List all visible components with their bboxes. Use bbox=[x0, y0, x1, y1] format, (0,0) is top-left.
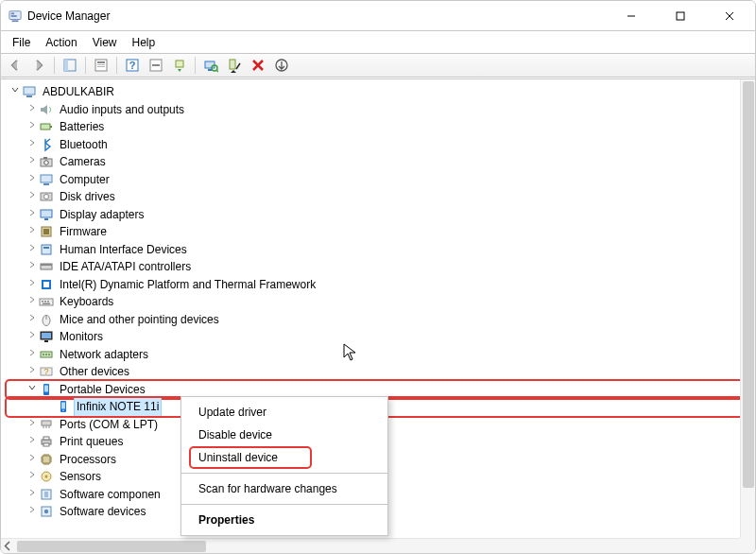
help-button[interactable]: ? bbox=[122, 56, 143, 75]
firmware-icon bbox=[39, 224, 54, 239]
menu-view[interactable]: View bbox=[85, 33, 125, 52]
expand-icon[interactable] bbox=[26, 258, 39, 276]
category-bluetooth[interactable]: Bluetooth bbox=[9, 136, 755, 154]
back-button[interactable] bbox=[5, 56, 26, 75]
expand-icon[interactable] bbox=[26, 328, 39, 346]
root-computer-node[interactable]: ABDULKABIR bbox=[9, 83, 755, 101]
forward-button[interactable] bbox=[28, 56, 49, 75]
expand-icon[interactable] bbox=[26, 136, 39, 154]
category-intel[interactable]: Intel(R) Dynamic Platform and Thermal Fr… bbox=[9, 276, 755, 294]
category-hid[interactable]: Human Interface Devices bbox=[9, 241, 755, 259]
expand-icon[interactable] bbox=[26, 293, 39, 311]
category-mouse[interactable]: Mice and other pointing devices bbox=[9, 311, 755, 329]
category-camera[interactable]: Cameras bbox=[9, 153, 755, 171]
keyboard-icon bbox=[39, 294, 54, 309]
expand-icon[interactable] bbox=[26, 363, 39, 381]
close-button[interactable] bbox=[708, 1, 751, 31]
tree-node-label: Batteries bbox=[58, 118, 106, 136]
expand-icon[interactable] bbox=[26, 468, 39, 486]
svg-point-62 bbox=[62, 410, 63, 411]
tree-node-label: Infinix NOTE 11i bbox=[75, 398, 161, 416]
scroll-thumb[interactable] bbox=[743, 81, 754, 488]
category-firmware[interactable]: Firmware bbox=[9, 223, 755, 241]
swd-icon bbox=[39, 504, 54, 519]
ctx-properties[interactable]: Properties bbox=[181, 509, 387, 531]
svg-rect-44 bbox=[44, 301, 46, 303]
minimize-button[interactable] bbox=[610, 1, 653, 31]
speaker-icon bbox=[39, 102, 54, 117]
expand-icon[interactable] bbox=[26, 171, 39, 189]
ctx-update-driver[interactable]: Update driver bbox=[181, 401, 387, 424]
expand-icon[interactable] bbox=[26, 433, 39, 451]
category-speaker[interactable]: Audio inputs and outputs bbox=[9, 101, 755, 119]
update-driver-button[interactable] bbox=[169, 56, 190, 75]
svg-rect-6 bbox=[64, 60, 68, 71]
expand-icon[interactable] bbox=[26, 153, 39, 171]
add-legacy-hardware-button[interactable] bbox=[271, 56, 292, 75]
svg-rect-9 bbox=[97, 64, 105, 65]
category-display[interactable]: Display adapters bbox=[9, 206, 755, 224]
hid-icon bbox=[39, 242, 54, 257]
intel-icon bbox=[39, 277, 54, 292]
scroll-thumb[interactable] bbox=[17, 541, 206, 552]
svg-rect-39 bbox=[41, 264, 52, 266]
category-monitor[interactable]: Monitors bbox=[9, 328, 755, 346]
expand-icon[interactable] bbox=[26, 416, 39, 434]
menu-help[interactable]: Help bbox=[125, 33, 163, 52]
expand-icon[interactable] bbox=[26, 276, 39, 294]
computer-icon bbox=[22, 84, 37, 99]
category-keyboard[interactable]: Keyboards bbox=[9, 293, 755, 311]
ctx-scan-hardware[interactable]: Scan for hardware changes bbox=[181, 477, 387, 500]
expand-icon[interactable] bbox=[26, 486, 39, 504]
svg-point-55 bbox=[48, 354, 50, 355]
tree-node-label: Software componen bbox=[58, 486, 163, 504]
expand-icon[interactable] bbox=[26, 101, 39, 119]
svg-rect-3 bbox=[11, 15, 17, 17]
svg-rect-67 bbox=[43, 456, 50, 463]
svg-rect-1 bbox=[12, 20, 19, 22]
menu-action[interactable]: Action bbox=[38, 33, 84, 52]
category-other[interactable]: ?Other devices bbox=[9, 363, 755, 381]
ide-icon bbox=[39, 259, 54, 274]
expand-icon[interactable] bbox=[26, 346, 39, 364]
category-disk[interactable]: Disk drives bbox=[9, 188, 755, 206]
expand-icon[interactable] bbox=[26, 206, 39, 224]
show-hide-tree-button[interactable] bbox=[60, 56, 80, 75]
expand-icon[interactable] bbox=[26, 311, 39, 329]
expand-icon[interactable] bbox=[26, 503, 39, 521]
titlebar: Device Manager bbox=[1, 1, 755, 31]
category-network[interactable]: Network adapters bbox=[9, 346, 755, 364]
tree-node-label: Network adapters bbox=[58, 346, 150, 364]
tree-node-label: Portable Devices bbox=[58, 381, 147, 399]
collapse-icon[interactable] bbox=[9, 83, 22, 101]
scan-hardware-button[interactable] bbox=[200, 56, 221, 75]
menu-file[interactable]: File bbox=[5, 33, 38, 52]
uninstall-device-button[interactable] bbox=[248, 56, 268, 75]
category-battery[interactable]: Batteries bbox=[9, 118, 755, 136]
category-computer[interactable]: Computer bbox=[9, 171, 755, 189]
disable-device-button[interactable] bbox=[224, 56, 245, 75]
svg-rect-36 bbox=[42, 245, 51, 254]
ctx-uninstall-device[interactable]: Uninstall device bbox=[181, 446, 387, 469]
horizontal-scrollbar[interactable] bbox=[1, 538, 740, 553]
expand-icon[interactable] bbox=[26, 118, 39, 136]
display-icon bbox=[39, 207, 54, 222]
category-ide[interactable]: IDE ATA/ATAPI controllers bbox=[9, 258, 755, 276]
maximize-button[interactable] bbox=[659, 1, 702, 31]
vertical-scrollbar[interactable] bbox=[740, 79, 755, 538]
expand-icon[interactable] bbox=[26, 188, 39, 206]
svg-rect-37 bbox=[43, 247, 49, 249]
expand-icon[interactable] bbox=[26, 451, 39, 469]
tree-node-label: Cameras bbox=[58, 153, 108, 171]
tree-node-label: Monitors bbox=[58, 328, 105, 346]
collapse-icon[interactable] bbox=[26, 381, 39, 399]
monitor-icon bbox=[39, 329, 54, 344]
portable-icon bbox=[39, 382, 54, 397]
expand-icon[interactable] bbox=[26, 223, 39, 241]
properties-button[interactable] bbox=[91, 56, 112, 75]
ctx-disable-device[interactable]: Disable device bbox=[181, 424, 387, 446]
expand-icon[interactable] bbox=[26, 241, 39, 259]
scroll-left-icon[interactable] bbox=[1, 539, 15, 553]
tree-node-label: Disk drives bbox=[58, 188, 117, 206]
rename-button[interactable] bbox=[146, 56, 166, 75]
